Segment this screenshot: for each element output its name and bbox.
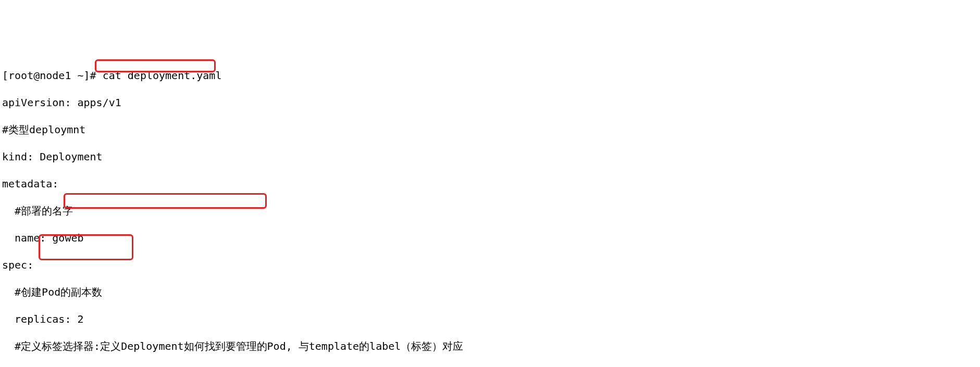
terminal-line: #类型deploymnt	[2, 123, 978, 136]
terminal-line: apiVersion: apps/v1	[2, 96, 978, 109]
terminal-line: spec:	[2, 258, 978, 272]
terminal-line: [root@node1 ~]# cat deployment.yaml	[2, 69, 978, 82]
terminal-line: #定义标签选择器:定义Deployment如何找到要管理的Pod, 与templ…	[2, 339, 978, 353]
terminal-output: [root@node1 ~]# cat deployment.yaml apiV…	[2, 55, 978, 367]
terminal-line: #部署的名字	[2, 204, 978, 218]
terminal-line: metadata:	[2, 177, 978, 191]
terminal-line: replicas: 2	[2, 312, 978, 326]
terminal-line: #创建Pod的副本数	[2, 285, 978, 299]
terminal-line: kind: Deployment	[2, 150, 978, 163]
terminal-line: name: goweb	[2, 231, 978, 245]
